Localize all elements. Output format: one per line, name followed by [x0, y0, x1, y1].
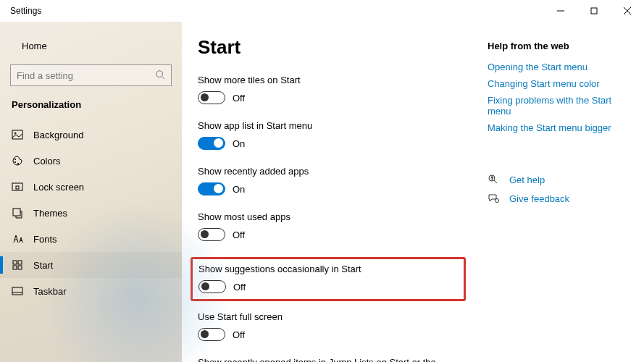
get-help-row[interactable]: ? Get help — [488, 174, 632, 185]
sidebar: Home Personalization Background Colors L… — [0, 22, 182, 362]
window-title: Settings — [10, 6, 41, 16]
image-icon — [12, 129, 23, 140]
home-nav[interactable]: Home — [0, 33, 182, 59]
svg-point-10 — [17, 163, 18, 164]
setting-more-tiles: Show more tiles on Start Off — [198, 75, 466, 104]
svg-point-7 — [14, 132, 16, 134]
home-label: Home — [22, 41, 47, 51]
svg-point-22 — [495, 199, 499, 203]
setting-recently-added: Show recently added apps On — [198, 166, 466, 195]
toggle-more-tiles[interactable] — [198, 91, 225, 104]
svg-rect-16 — [13, 266, 17, 269]
svg-point-4 — [156, 70, 163, 77]
setting-label: Show suggestions occasionally in Start — [198, 264, 458, 274]
highlight-box: Show suggestions occasionally in Start O… — [191, 257, 466, 301]
get-help-label: Get help — [509, 174, 545, 185]
help-link-bigger[interactable]: Making the Start menu bigger — [488, 122, 632, 133]
category-header: Personalization — [0, 99, 182, 122]
svg-line-5 — [162, 76, 165, 79]
themes-icon — [12, 207, 23, 219]
sidebar-item-label: Lock screen — [33, 182, 84, 193]
svg-rect-14 — [13, 261, 17, 264]
svg-point-9 — [14, 161, 15, 162]
svg-rect-1 — [591, 8, 597, 14]
svg-rect-17 — [18, 266, 22, 269]
setting-label: Show recently added apps — [198, 166, 466, 177]
setting-most-used: Show most used apps Off — [198, 211, 466, 241]
fonts-icon — [12, 233, 23, 245]
sidebar-item-fonts[interactable]: Fonts — [0, 226, 182, 252]
toggle-state: On — [233, 184, 245, 195]
setting-label: Use Start full screen — [198, 311, 466, 322]
svg-point-8 — [14, 159, 15, 159]
sidebar-item-start[interactable]: Start — [0, 252, 182, 278]
sidebar-item-taskbar[interactable]: Taskbar — [0, 278, 182, 304]
toggle-state: On — [233, 138, 245, 149]
toggle-state: Off — [233, 282, 246, 292]
toggle-state: Off — [233, 230, 245, 240]
minimize-button[interactable] — [544, 0, 577, 22]
sidebar-item-background[interactable]: Background — [0, 122, 182, 148]
lock-screen-icon — [12, 181, 23, 193]
svg-rect-6 — [12, 130, 22, 139]
palette-icon — [12, 155, 23, 167]
help-icon: ? — [488, 174, 499, 185]
sidebar-item-themes[interactable]: Themes — [0, 200, 182, 226]
toggle-app-list[interactable] — [198, 137, 225, 150]
feedback-label: Give feedback — [509, 193, 569, 204]
setting-label: Show most used apps — [198, 211, 466, 222]
sidebar-item-label: Start — [33, 260, 53, 271]
sidebar-item-colors[interactable]: Colors — [0, 148, 182, 174]
sidebar-item-lock-screen[interactable]: Lock screen — [0, 174, 182, 200]
help-heading: Help from the web — [488, 41, 632, 51]
toggle-full-screen[interactable] — [198, 328, 225, 341]
help-link-fixing[interactable]: Fixing problems with the Start menu — [488, 95, 632, 117]
toggle-suggestions[interactable] — [198, 280, 226, 293]
sidebar-item-label: Themes — [33, 208, 67, 219]
toggle-most-used[interactable] — [198, 228, 225, 241]
setting-suggestions: Show suggestions occasionally in Start O… — [198, 264, 458, 293]
svg-rect-12 — [16, 186, 19, 189]
search-input[interactable] — [17, 70, 155, 81]
setting-label: Show more tiles on Start — [198, 75, 466, 85]
feedback-row[interactable]: Give feedback — [488, 193, 632, 204]
svg-rect-15 — [18, 261, 22, 264]
setting-jump-lists: Show recently opened items in Jump Lists… — [198, 357, 466, 362]
svg-text:?: ? — [491, 176, 493, 180]
setting-app-list: Show app list in Start menu On — [198, 120, 466, 150]
search-box[interactable] — [10, 64, 172, 86]
svg-rect-18 — [12, 287, 22, 295]
toggle-state: Off — [233, 93, 245, 104]
help-link-open-start[interactable]: Opening the Start menu — [488, 62, 632, 72]
toggle-recently-added[interactable] — [198, 182, 225, 195]
help-link-color[interactable]: Changing Start menu color — [488, 78, 632, 89]
sidebar-item-label: Taskbar — [33, 286, 67, 297]
sidebar-item-label: Colors — [33, 156, 61, 167]
sidebar-item-label: Fonts — [33, 234, 57, 245]
taskbar-icon — [12, 285, 23, 297]
sidebar-item-label: Background — [33, 130, 83, 140]
page-title: Start — [198, 36, 466, 59]
start-icon — [12, 259, 23, 271]
maximize-button[interactable] — [577, 0, 611, 22]
search-icon — [155, 70, 165, 82]
toggle-state: Off — [233, 329, 245, 340]
svg-rect-13 — [13, 209, 20, 216]
setting-full-screen: Use Start full screen Off — [198, 311, 466, 341]
setting-label: Show recently opened items in Jump Lists… — [198, 357, 466, 362]
feedback-icon — [488, 193, 499, 204]
close-button[interactable] — [611, 0, 644, 22]
setting-label: Show app list in Start menu — [198, 120, 466, 131]
